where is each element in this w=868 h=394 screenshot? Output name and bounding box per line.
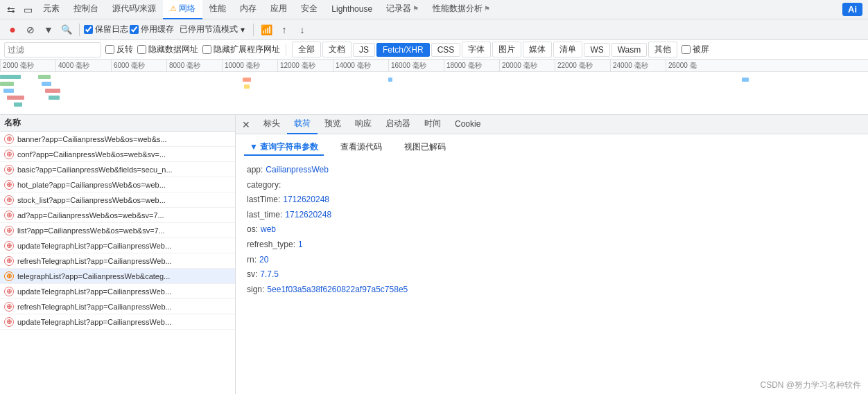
detail-close-button[interactable]: ✕ (238, 117, 254, 132)
detail-tab-响应[interactable]: 响应 (348, 115, 379, 134)
detail-tab-启动器[interactable]: 启动器 (379, 115, 417, 134)
filter-btn-清单[interactable]: 清单 (553, 42, 582, 57)
network-list-item[interactable]: ⊕hot_plate?app=CailianpressWeb&os=web... (0, 177, 235, 192)
network-item-name: conf?app=CailianpressWeb&os=web&sv=... (17, 150, 166, 159)
filter-btn-css[interactable]: CSS (431, 43, 461, 57)
filter-btn-其他[interactable]: 其他 (648, 42, 677, 57)
keep-log-checkbox[interactable] (84, 25, 93, 34)
wifi-icon[interactable]: 📶 (258, 21, 275, 38)
xhr-icon: ⊕ (4, 241, 14, 251)
network-item-name: list?app=CailianpressWeb&os=web&sv=7... (17, 226, 165, 235)
filter-btn-wasm[interactable]: Wasm (611, 43, 648, 57)
network-list-item[interactable]: ⊕stock_list?app=CailianpressWeb&os=web..… (0, 192, 235, 208)
filter-btn-js[interactable]: JS (353, 43, 375, 57)
disable-cache-checkbox-label[interactable]: 停用缓存 (130, 24, 174, 35)
subtab-view-source[interactable]: 查看源代码 (335, 140, 388, 156)
network-item-name: updateTelegraphList?app=CailianpressWeb.… (17, 287, 171, 296)
tab-security[interactable]: 安全 (294, 0, 324, 19)
tab-performance[interactable]: 性能 (202, 0, 233, 19)
payload-param-value: 1 (298, 238, 303, 253)
network-list-item[interactable]: ⊕telegraphList?app=CailianpressWeb&categ… (0, 269, 235, 284)
hide-extensions-checkbox-label[interactable]: 隐藏扩展程序网址 (202, 44, 280, 55)
network-list-item[interactable]: ⊕ad?app=CailianpressWeb&os=web&sv=7... (0, 208, 235, 223)
timeline-tick-7: 16000 毫秒 (388, 60, 444, 71)
timeline-tick-6: 14000 毫秒 (333, 60, 388, 71)
device-icon[interactable]: ▭ (19, 1, 36, 18)
network-item-name: updateTelegraphList?app=CailianpressWeb.… (17, 242, 171, 250)
tab-perf-insights[interactable]: 性能数据分析 ⚑ (426, 0, 497, 19)
hide-data-urls-checkbox-label[interactable]: 隐藏数据网址 (137, 44, 198, 55)
disable-cache-checkbox[interactable] (130, 25, 139, 34)
xhr-icon: ⊕ (4, 195, 14, 205)
cursor-icon[interactable]: ⇆ (3, 1, 19, 18)
subtab-decoded[interactable]: 视图已解码 (399, 140, 451, 156)
tab-network[interactable]: ⚠ 网络 (163, 0, 202, 19)
filter-toggle-button[interactable]: ▼ (40, 21, 57, 38)
network-item-name: basic?app=CailianpressWeb&fields=secu_n.… (17, 165, 173, 174)
payload-param-value: CailianpressWeb (266, 163, 329, 178)
filter-btn-全部[interactable]: 全部 (292, 42, 321, 57)
payload-param-row: os:web (244, 222, 860, 238)
download-button[interactable]: ↓ (294, 21, 311, 38)
network-list-item[interactable]: ⊕refreshTelegraphList?app=CailianpressWe… (0, 253, 235, 269)
timeline-tick-12: 26000 毫 (666, 60, 721, 71)
filter-sep-1 (286, 44, 286, 56)
filter-btn-字体[interactable]: 字体 (462, 42, 491, 57)
tab-lighthouse[interactable]: Lighthouse (324, 0, 379, 19)
filter-btn-ws[interactable]: WS (584, 43, 609, 57)
throttle-dropdown[interactable]: 已停用节流模式 ▾ (175, 22, 249, 37)
keep-log-checkbox-label[interactable]: 保留日志 (84, 24, 128, 35)
payload-param-key: sv: (247, 267, 257, 283)
payload-param-value: 20 (259, 253, 268, 268)
payload-param-row: rn:20 (244, 253, 860, 268)
payload-param-key: rn: (247, 253, 257, 268)
network-list-item[interactable]: ⊕refreshTelegraphList?app=CailianpressWe… (0, 299, 235, 314)
filter-input[interactable] (4, 42, 101, 57)
upload-button[interactable]: ↑ (276, 21, 293, 38)
detail-tab-时间[interactable]: 时间 (417, 115, 448, 134)
record-button[interactable]: ● (4, 21, 21, 38)
ai-button[interactable]: Ai (842, 3, 862, 16)
filter-row: 反转 隐藏数据网址 隐藏扩展程序网址 全部文档JSFetch/XHRCSS字体图… (0, 40, 868, 60)
tab-memory[interactable]: 内存 (233, 0, 263, 19)
hide-data-urls-checkbox[interactable] (137, 45, 146, 54)
detail-tab-Cookie[interactable]: Cookie (448, 115, 487, 134)
network-list-item[interactable]: ⊕banner?app=CailianpressWeb&os=web&s... (0, 132, 235, 147)
filter-btn-文档[interactable]: 文档 (322, 42, 351, 57)
payload-param-row: last_time:1712620248 (244, 208, 860, 223)
network-item-name: stock_list?app=CailianpressWeb&os=web... (17, 196, 166, 204)
network-list-item[interactable]: ⊕updateTelegraphList?app=CailianpressWeb… (0, 284, 235, 299)
filter-btn-fetch-xhr[interactable]: Fetch/XHR (376, 43, 430, 57)
network-list-item[interactable]: ⊕updateTelegraphList?app=CailianpressWeb… (0, 238, 235, 253)
blocked-checkbox[interactable] (682, 45, 691, 54)
network-list-item[interactable]: ⊕list?app=CailianpressWeb&os=web&sv=7... (0, 223, 235, 238)
clear-button[interactable]: ⊘ (22, 21, 39, 38)
payload-param-row: category: (244, 178, 860, 193)
reverse-checkbox-label[interactable]: 反转 (105, 44, 133, 55)
payload-content: ▼ 查询字符串参数 查看源代码 视图已解码 app:CailianpressWe… (236, 134, 868, 394)
search-button[interactable]: 🔍 (58, 21, 75, 38)
detail-tab-预览[interactable]: 预览 (318, 115, 348, 134)
network-item-name: refreshTelegraphList?app=CailianpressWeb… (17, 303, 172, 311)
filter-btn-图片[interactable]: 图片 (492, 42, 521, 57)
network-list-item[interactable]: ⊕basic?app=CailianpressWeb&fields=secu_n… (0, 162, 235, 177)
timeline-area[interactable]: 2000 毫秒4000 毫秒6000 毫秒8000 毫秒10000 毫秒1200… (0, 60, 868, 115)
xhr-icon: ⊕ (4, 271, 14, 281)
payload-param-row: refresh_type:1 (244, 238, 860, 253)
network-list-item[interactable]: ⊕conf?app=CailianpressWeb&os=web&sv=... (0, 147, 235, 162)
payload-params-list: app:CailianpressWebcategory:lastTime:171… (244, 163, 860, 297)
tab-sources[interactable]: 源代码/来源 (105, 0, 163, 19)
hide-extensions-checkbox[interactable] (202, 45, 211, 54)
detail-tab-载荷[interactable]: 载荷 (287, 115, 318, 134)
tab-console[interactable]: 控制台 (67, 0, 105, 19)
detail-panel: ✕ 标头载荷预览响应启动器时间Cookie ▼ 查询字符串参数 查看源代码 视图… (236, 115, 868, 394)
payload-param-key: refresh_type: (247, 238, 295, 253)
network-list-item[interactable]: ⊕updateTelegraphList?app=CailianpressWeb… (0, 314, 235, 330)
reverse-checkbox[interactable] (105, 45, 114, 54)
tab-application[interactable]: 应用 (263, 0, 294, 19)
filter-btn-媒体[interactable]: 媒体 (523, 42, 552, 57)
tab-recorder[interactable]: 记录器 ⚑ (379, 0, 426, 19)
subtab-query-string[interactable]: ▼ 查询字符串参数 (244, 140, 324, 156)
detail-tab-标头[interactable]: 标头 (257, 115, 287, 134)
tab-elements[interactable]: 元素 (36, 0, 67, 19)
